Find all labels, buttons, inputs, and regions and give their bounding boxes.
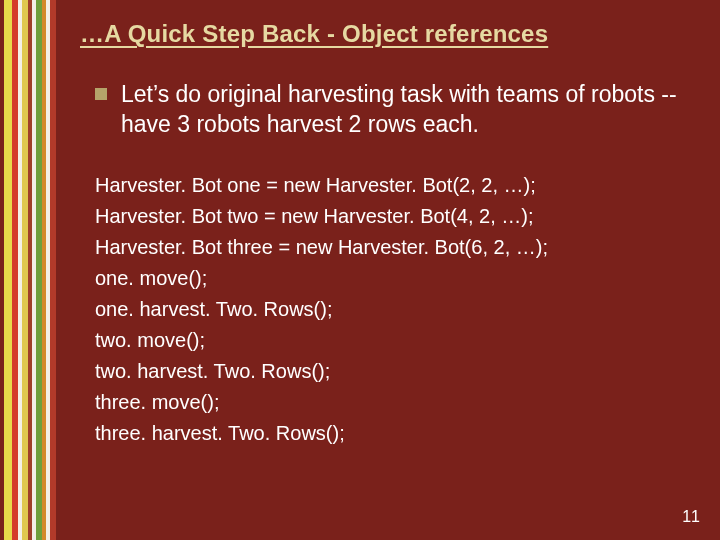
code-line: Harvester. Bot three = new Harvester. Bo… [95, 232, 685, 263]
code-line: one. move(); [95, 263, 685, 294]
stripe [4, 0, 12, 540]
code-line: two. harvest. Two. Rows(); [95, 356, 685, 387]
code-line: one. harvest. Two. Rows(); [95, 294, 685, 325]
bullet-marker-icon [95, 88, 107, 100]
bullet-item: Let’s do original harvesting task with t… [95, 80, 685, 140]
bullet-text: Let’s do original harvesting task with t… [121, 80, 685, 140]
code-line: Harvester. Bot one = new Harvester. Bot(… [95, 170, 685, 201]
stripe [50, 0, 56, 540]
code-block: Harvester. Bot one = new Harvester. Bot(… [95, 170, 685, 449]
code-line: Harvester. Bot two = new Harvester. Bot(… [95, 201, 685, 232]
code-line: three. harvest. Two. Rows(); [95, 418, 685, 449]
accent-stripes [0, 0, 56, 540]
slide-title: …A Quick Step Back - Object references [80, 20, 548, 48]
code-line: two. move(); [95, 325, 685, 356]
slide: …A Quick Step Back - Object references L… [0, 0, 720, 540]
slide-number: 11 [682, 508, 700, 526]
code-line: three. move(); [95, 387, 685, 418]
slide-body: Let’s do original harvesting task with t… [95, 80, 685, 449]
